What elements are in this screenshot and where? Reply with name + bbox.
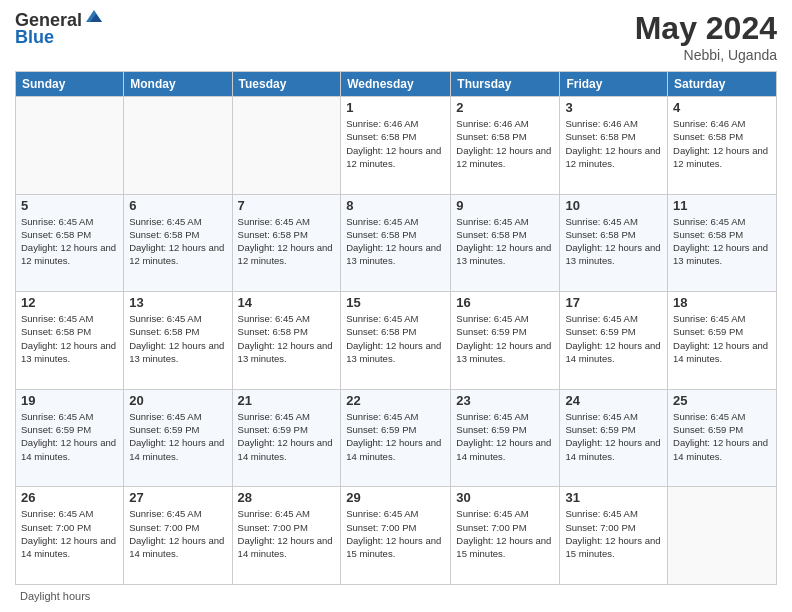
calendar-cell: 11Sunrise: 6:45 AM Sunset: 6:58 PM Dayli… (668, 194, 777, 292)
calendar-week-row: 12Sunrise: 6:45 AM Sunset: 6:58 PM Dayli… (16, 292, 777, 390)
day-number: 2 (456, 100, 554, 115)
day-info: Sunrise: 6:45 AM Sunset: 7:00 PM Dayligh… (129, 507, 226, 560)
day-number: 29 (346, 490, 445, 505)
day-info: Sunrise: 6:45 AM Sunset: 6:58 PM Dayligh… (565, 215, 662, 268)
logo-blue-text: Blue (15, 27, 54, 48)
logo-icon (84, 6, 104, 26)
calendar-cell: 30Sunrise: 6:45 AM Sunset: 7:00 PM Dayli… (451, 487, 560, 585)
calendar-cell: 7Sunrise: 6:45 AM Sunset: 6:58 PM Daylig… (232, 194, 341, 292)
calendar-cell: 23Sunrise: 6:45 AM Sunset: 6:59 PM Dayli… (451, 389, 560, 487)
day-info: Sunrise: 6:45 AM Sunset: 6:58 PM Dayligh… (346, 312, 445, 365)
day-number: 22 (346, 393, 445, 408)
calendar-cell (232, 97, 341, 195)
day-info: Sunrise: 6:45 AM Sunset: 6:59 PM Dayligh… (673, 410, 771, 463)
location: Nebbi, Uganda (635, 47, 777, 63)
calendar-cell: 14Sunrise: 6:45 AM Sunset: 6:58 PM Dayli… (232, 292, 341, 390)
day-number: 5 (21, 198, 118, 213)
day-number: 21 (238, 393, 336, 408)
day-info: Sunrise: 6:45 AM Sunset: 7:00 PM Dayligh… (346, 507, 445, 560)
day-number: 9 (456, 198, 554, 213)
day-info: Sunrise: 6:45 AM Sunset: 6:59 PM Dayligh… (456, 312, 554, 365)
calendar-cell: 12Sunrise: 6:45 AM Sunset: 6:58 PM Dayli… (16, 292, 124, 390)
day-number: 6 (129, 198, 226, 213)
day-info: Sunrise: 6:45 AM Sunset: 6:59 PM Dayligh… (565, 312, 662, 365)
calendar-cell: 6Sunrise: 6:45 AM Sunset: 6:58 PM Daylig… (124, 194, 232, 292)
calendar-cell: 1Sunrise: 6:46 AM Sunset: 6:58 PM Daylig… (341, 97, 451, 195)
day-info: Sunrise: 6:45 AM Sunset: 6:58 PM Dayligh… (238, 312, 336, 365)
daylight-hours-label: Daylight hours (20, 590, 90, 602)
day-number: 19 (21, 393, 118, 408)
month-year: May 2024 (635, 10, 777, 47)
calendar-cell (668, 487, 777, 585)
calendar-cell: 27Sunrise: 6:45 AM Sunset: 7:00 PM Dayli… (124, 487, 232, 585)
day-info: Sunrise: 6:45 AM Sunset: 6:58 PM Dayligh… (129, 312, 226, 365)
day-number: 27 (129, 490, 226, 505)
calendar-cell: 17Sunrise: 6:45 AM Sunset: 6:59 PM Dayli… (560, 292, 668, 390)
day-number: 14 (238, 295, 336, 310)
day-info: Sunrise: 6:45 AM Sunset: 6:59 PM Dayligh… (129, 410, 226, 463)
calendar-week-row: 26Sunrise: 6:45 AM Sunset: 7:00 PM Dayli… (16, 487, 777, 585)
day-info: Sunrise: 6:45 AM Sunset: 6:59 PM Dayligh… (346, 410, 445, 463)
day-header-friday: Friday (560, 72, 668, 97)
day-info: Sunrise: 6:45 AM Sunset: 6:59 PM Dayligh… (21, 410, 118, 463)
calendar-cell: 21Sunrise: 6:45 AM Sunset: 6:59 PM Dayli… (232, 389, 341, 487)
calendar-cell: 5Sunrise: 6:45 AM Sunset: 6:58 PM Daylig… (16, 194, 124, 292)
day-info: Sunrise: 6:45 AM Sunset: 7:00 PM Dayligh… (238, 507, 336, 560)
calendar-cell: 20Sunrise: 6:45 AM Sunset: 6:59 PM Dayli… (124, 389, 232, 487)
calendar-week-row: 1Sunrise: 6:46 AM Sunset: 6:58 PM Daylig… (16, 97, 777, 195)
day-info: Sunrise: 6:45 AM Sunset: 6:58 PM Dayligh… (346, 215, 445, 268)
calendar-week-row: 19Sunrise: 6:45 AM Sunset: 6:59 PM Dayli… (16, 389, 777, 487)
calendar-week-row: 5Sunrise: 6:45 AM Sunset: 6:58 PM Daylig… (16, 194, 777, 292)
day-number: 23 (456, 393, 554, 408)
day-info: Sunrise: 6:45 AM Sunset: 7:00 PM Dayligh… (565, 507, 662, 560)
day-info: Sunrise: 6:45 AM Sunset: 6:58 PM Dayligh… (21, 215, 118, 268)
calendar-cell: 2Sunrise: 6:46 AM Sunset: 6:58 PM Daylig… (451, 97, 560, 195)
day-number: 12 (21, 295, 118, 310)
day-number: 31 (565, 490, 662, 505)
day-number: 7 (238, 198, 336, 213)
day-number: 26 (21, 490, 118, 505)
footer-note: Daylight hours (15, 590, 777, 602)
day-info: Sunrise: 6:45 AM Sunset: 7:00 PM Dayligh… (456, 507, 554, 560)
calendar-cell (16, 97, 124, 195)
calendar-header-row: SundayMondayTuesdayWednesdayThursdayFrid… (16, 72, 777, 97)
day-info: Sunrise: 6:45 AM Sunset: 6:58 PM Dayligh… (238, 215, 336, 268)
calendar-cell: 15Sunrise: 6:45 AM Sunset: 6:58 PM Dayli… (341, 292, 451, 390)
page: General Blue May 2024 Nebbi, Uganda Sund… (0, 0, 792, 612)
day-number: 18 (673, 295, 771, 310)
day-info: Sunrise: 6:45 AM Sunset: 6:58 PM Dayligh… (673, 215, 771, 268)
day-info: Sunrise: 6:45 AM Sunset: 6:59 PM Dayligh… (673, 312, 771, 365)
day-number: 1 (346, 100, 445, 115)
calendar-cell: 29Sunrise: 6:45 AM Sunset: 7:00 PM Dayli… (341, 487, 451, 585)
calendar-cell: 4Sunrise: 6:46 AM Sunset: 6:58 PM Daylig… (668, 97, 777, 195)
calendar-cell: 25Sunrise: 6:45 AM Sunset: 6:59 PM Dayli… (668, 389, 777, 487)
calendar-cell: 24Sunrise: 6:45 AM Sunset: 6:59 PM Dayli… (560, 389, 668, 487)
day-info: Sunrise: 6:46 AM Sunset: 6:58 PM Dayligh… (456, 117, 554, 170)
day-number: 16 (456, 295, 554, 310)
day-info: Sunrise: 6:45 AM Sunset: 6:58 PM Dayligh… (21, 312, 118, 365)
header: General Blue May 2024 Nebbi, Uganda (15, 10, 777, 63)
calendar-cell: 13Sunrise: 6:45 AM Sunset: 6:58 PM Dayli… (124, 292, 232, 390)
title-section: May 2024 Nebbi, Uganda (635, 10, 777, 63)
calendar-cell: 19Sunrise: 6:45 AM Sunset: 6:59 PM Dayli… (16, 389, 124, 487)
day-info: Sunrise: 6:45 AM Sunset: 6:59 PM Dayligh… (565, 410, 662, 463)
calendar-cell: 10Sunrise: 6:45 AM Sunset: 6:58 PM Dayli… (560, 194, 668, 292)
day-info: Sunrise: 6:46 AM Sunset: 6:58 PM Dayligh… (346, 117, 445, 170)
calendar: SundayMondayTuesdayWednesdayThursdayFrid… (15, 71, 777, 585)
day-info: Sunrise: 6:46 AM Sunset: 6:58 PM Dayligh… (565, 117, 662, 170)
calendar-cell: 22Sunrise: 6:45 AM Sunset: 6:59 PM Dayli… (341, 389, 451, 487)
day-info: Sunrise: 6:45 AM Sunset: 6:58 PM Dayligh… (129, 215, 226, 268)
day-header-thursday: Thursday (451, 72, 560, 97)
calendar-cell (124, 97, 232, 195)
day-number: 15 (346, 295, 445, 310)
day-number: 30 (456, 490, 554, 505)
day-header-saturday: Saturday (668, 72, 777, 97)
day-number: 17 (565, 295, 662, 310)
day-info: Sunrise: 6:45 AM Sunset: 7:00 PM Dayligh… (21, 507, 118, 560)
day-number: 25 (673, 393, 771, 408)
calendar-cell: 16Sunrise: 6:45 AM Sunset: 6:59 PM Dayli… (451, 292, 560, 390)
day-number: 28 (238, 490, 336, 505)
day-number: 3 (565, 100, 662, 115)
day-header-wednesday: Wednesday (341, 72, 451, 97)
day-info: Sunrise: 6:45 AM Sunset: 6:58 PM Dayligh… (456, 215, 554, 268)
